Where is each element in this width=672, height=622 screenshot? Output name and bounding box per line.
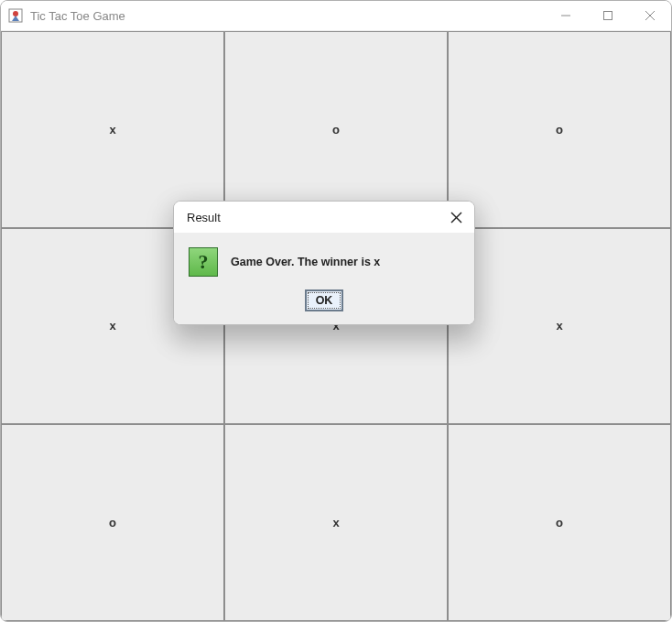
dialog-title: Result <box>187 211 447 224</box>
close-button[interactable] <box>629 1 671 30</box>
cell-2-0[interactable]: o <box>1 424 224 621</box>
ok-button[interactable]: OK <box>305 289 344 311</box>
window-title: Tic Tac Toe Game <box>30 9 545 23</box>
cell-2-2[interactable]: o <box>448 424 671 621</box>
app-icon <box>8 8 23 23</box>
cell-0-2[interactable]: o <box>448 31 671 228</box>
dialog-message-row: ? Game Over. The winner is x <box>189 247 460 277</box>
dialog-header: Result <box>174 202 474 233</box>
cell-2-1[interactable]: x <box>224 424 448 621</box>
dialog-message: Game Over. The winner is x <box>231 256 380 268</box>
main-window: Tic Tac Toe Game x o o x x x o x o <box>0 0 672 622</box>
svg-rect-3 <box>604 12 612 20</box>
dialog-body: ? Game Over. The winner is x OK <box>174 233 474 324</box>
result-dialog: Result ? Game Over. The winner is x OK <box>173 201 475 325</box>
minimize-button[interactable] <box>545 1 587 30</box>
cell-0-0[interactable]: x <box>1 31 224 228</box>
cell-0-1[interactable]: o <box>224 31 448 228</box>
question-icon: ? <box>189 247 218 277</box>
game-area: x o o x x x o x o Result ? Game Over. Th… <box>1 30 671 621</box>
cell-1-2[interactable]: x <box>448 228 671 425</box>
maximize-button[interactable] <box>587 1 629 30</box>
dialog-close-button[interactable] <box>447 208 465 226</box>
titlebar: Tic Tac Toe Game <box>1 1 671 30</box>
window-controls <box>545 1 671 30</box>
